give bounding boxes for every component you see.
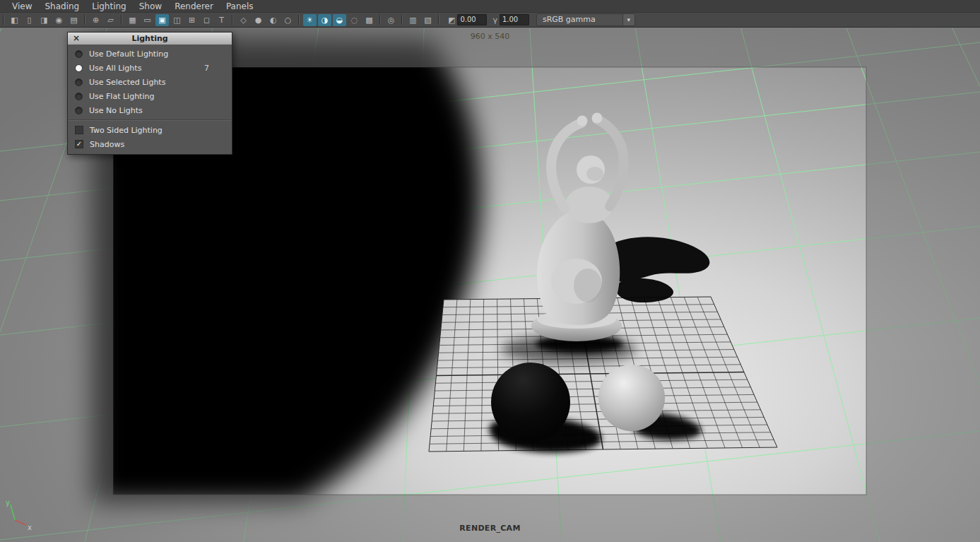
gate-mask-icon[interactable]: ◫ [170, 14, 184, 26]
menu-view[interactable]: View [6, 0, 38, 13]
bookmark-icon[interactable]: ◉ [52, 14, 66, 26]
camera-name-label: RENDER_CAM [0, 524, 980, 533]
occlusion-icon[interactable]: ◒ [333, 14, 346, 26]
use-all-lights-icon[interactable]: ☀ [303, 14, 317, 26]
menu-bar: ViewShadingLightingShowRendererPanels [0, 0, 980, 13]
lighting-radio-list: Use Default LightingUse All Lights7Use S… [68, 47, 232, 117]
lighting-option-use-all-lights[interactable]: Use All Lights7 [68, 61, 232, 75]
toolbar-separator [438, 15, 439, 25]
close-icon[interactable]: × [73, 33, 80, 45]
option-label: Use Default Lighting [89, 49, 168, 59]
motion-blur-icon[interactable]: ◌ [348, 14, 361, 26]
xray-joints-icon[interactable]: ▧ [421, 14, 435, 26]
option-label: Use All Lights [89, 64, 141, 73]
xray-icon[interactable]: ▥ [406, 14, 420, 26]
select-camera-icon[interactable]: ◧ [8, 14, 21, 26]
lighting-option-use-default-lighting[interactable]: Use Default Lighting [68, 47, 232, 61]
menu-show[interactable]: Show [133, 0, 168, 13]
axis-up-label: y [6, 499, 10, 507]
lock-camera-icon[interactable]: ▯ [23, 14, 36, 26]
menu-lighting[interactable]: Lighting [85, 0, 133, 13]
exposure-field[interactable]: 0.00 [457, 14, 487, 25]
lighting-option-use-selected-lights[interactable]: Use Selected Lights [68, 75, 232, 89]
option-label: Use No Lights [89, 106, 143, 115]
shortcut-hint: 7 [204, 64, 209, 73]
field-chart-icon[interactable]: ⊞ [185, 14, 199, 26]
checkbox: ✓ [75, 140, 83, 148]
option-label: Use Flat Lighting [89, 92, 154, 101]
wireframe-icon[interactable]: ◇ [237, 14, 250, 26]
lighting-option-two-sided-lighting[interactable]: Two Sided Lighting [68, 123, 232, 137]
shadows-icon[interactable]: ◑ [318, 14, 331, 26]
toolbar-separator [232, 15, 233, 25]
option-label: Two Sided Lighting [90, 126, 163, 135]
lighting-panel: × Lighting Use Default LightingUse All L… [67, 32, 232, 155]
textured-icon[interactable]: ◐ [266, 14, 280, 26]
view-transform-dropdown[interactable]: sRGB gamma ▾ [536, 13, 635, 26]
menu-separator [69, 119, 231, 121]
lighting-panel-title: Lighting [131, 34, 167, 43]
safe-action-icon[interactable]: ◻ [200, 14, 213, 26]
radio-button [75, 64, 83, 72]
option-label: Shadows [90, 140, 124, 149]
image-plane-icon[interactable]: ▤ [67, 14, 81, 26]
lighting-option-use-flat-lighting[interactable]: Use Flat Lighting [68, 89, 232, 103]
resolution-gate-icon[interactable]: ▣ [155, 14, 169, 26]
lighting-option-use-no-lights[interactable]: Use No Lights [68, 103, 232, 117]
toolbar-separator [84, 15, 85, 25]
pan-zoom-icon[interactable]: ⊕ [89, 14, 102, 26]
radio-button [75, 93, 83, 100]
panel-toolbar: ◧▯◨◉▤⊕▱▦▭▣◫⊞◻T◇●◐○☀◑◒◌▩◎▥▧ ◩ 0.00 γ 1.00… [0, 13, 980, 28]
option-label: Use Selected Lights [89, 78, 165, 87]
film-gate-icon[interactable]: ▭ [141, 14, 154, 26]
toolbar-separator [121, 15, 122, 25]
grease-pencil-icon[interactable]: ▱ [104, 14, 117, 26]
menu-panels[interactable]: Panels [220, 0, 260, 13]
antialias-icon[interactable]: ▩ [362, 14, 376, 26]
grid-icon[interactable]: ▦ [126, 14, 139, 26]
lighting-check-list: Two Sided Lighting✓Shadows [68, 123, 232, 151]
toolbar-icons: ◧▯◨◉▤⊕▱▦▭▣◫⊞◻T◇●◐○☀◑◒◌▩◎▥▧ [0, 13, 442, 27]
axis-right-label: x [28, 524, 32, 531]
radio-button [75, 107, 83, 114]
lighting-panel-body: Use Default LightingUse All Lights7Use S… [68, 45, 232, 154]
toolbar-separator [298, 15, 300, 25]
menu-renderer[interactable]: Renderer [168, 0, 220, 13]
toolbar-separator [3, 15, 4, 25]
camera-attributes-icon[interactable]: ◨ [37, 14, 51, 26]
lighting-panel-titlebar[interactable]: × Lighting [68, 33, 232, 45]
exposure-icon[interactable]: ◩ [448, 16, 455, 25]
isolate-select-icon[interactable]: ◎ [384, 14, 398, 26]
default-material-icon[interactable]: ○ [281, 14, 295, 26]
safe-title-icon[interactable]: T [215, 14, 228, 26]
view-transform-label: sRGB gamma [537, 14, 622, 25]
checkbox [75, 126, 83, 134]
smooth-shade-icon[interactable]: ● [252, 14, 265, 26]
menu-shading[interactable]: Shading [38, 0, 85, 13]
gamma-icon[interactable]: γ [492, 16, 497, 25]
toolbar-separator [401, 15, 403, 25]
radio-button [75, 78, 83, 86]
gamma-field[interactable]: 1.00 [500, 14, 529, 25]
lighting-option-shadows[interactable]: ✓Shadows [68, 137, 232, 151]
view-axis-gizmo: y x [4, 496, 37, 531]
chevron-down-icon: ▾ [622, 14, 634, 25]
toolbar-separator [379, 15, 381, 25]
radio-button [75, 50, 83, 58]
